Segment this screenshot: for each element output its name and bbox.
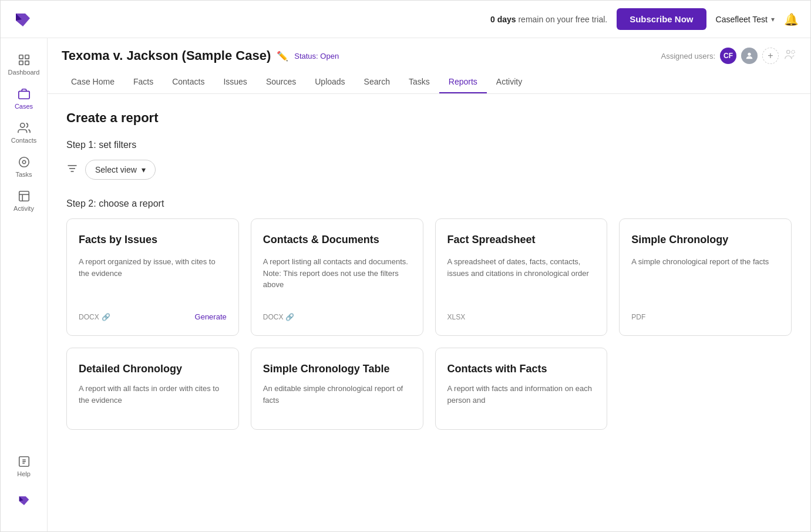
case-title-row: Texoma v. Jackson (Sample Case) ✏️ Statu… [62, 48, 796, 64]
tab-facts[interactable]: Facts [124, 71, 163, 93]
activity-icon [18, 190, 31, 203]
trial-days: 0 days [490, 15, 516, 24]
notification-bell-icon[interactable]: 🔔 [784, 12, 799, 26]
report-card-desc-0: A report organized by issue, with cites … [79, 256, 227, 303]
select-view-button[interactable]: Select view ▾ [85, 160, 156, 180]
sidebar-item-label-help: Help [17, 470, 31, 477]
format-label-3: PDF [631, 313, 645, 321]
report-card-title-row2-1: Simple Chronology Table [263, 362, 411, 376]
tab-contacts[interactable]: Contacts [163, 71, 214, 93]
sidebar-item-activity[interactable]: Activity [1, 184, 47, 218]
tab-search[interactable]: Search [355, 71, 399, 93]
report-card-fact-spreadsheet[interactable]: Fact Spreadsheet A spreadsheet of dates,… [435, 218, 608, 336]
trial-suffix: remain on your free trial. [518, 15, 607, 24]
svg-rect-0 [19, 55, 22, 59]
sidebar-item-tasks[interactable]: Tasks [1, 150, 47, 184]
dashboard-icon [18, 53, 31, 66]
report-cards-row2: Detailed Chronology A report with all fa… [66, 348, 792, 430]
sidebar-item-label-dashboard: Dashboard [8, 69, 40, 76]
report-card-title-0: Facts by Issues [79, 233, 227, 247]
assigned-users: Assigned users: CF + [661, 48, 797, 64]
subscribe-button[interactable]: Subscribe Now [617, 8, 706, 30]
tab-issues[interactable]: Issues [214, 71, 256, 93]
report-card-footer-3: PDF [631, 313, 779, 321]
report-card-contacts-docs[interactable]: Contacts & Documents A report listing al… [251, 218, 423, 336]
app-logo [12, 9, 33, 30]
sidebar-item-label-cases: Cases [15, 103, 33, 110]
contacts-icon [18, 122, 31, 134]
top-bar: 0 days remain on your free trial. Subscr… [1, 1, 810, 38]
avatar-secondary [741, 48, 758, 64]
sidebar-item-label-contacts: Contacts [11, 137, 36, 144]
trial-text: 0 days remain on your free trial. [490, 15, 607, 24]
report-card-desc-row2-1: An editable simple chronological report … [263, 383, 411, 415]
svg-point-7 [22, 160, 26, 164]
svg-rect-1 [25, 55, 28, 59]
report-card-simple-chronology-table[interactable]: Simple Chronology Table An editable simp… [251, 348, 423, 430]
case-title: Texoma v. Jackson (Sample Case) ✏️ Statu… [62, 48, 339, 63]
sidebar-item-cases[interactable]: Cases [1, 82, 47, 116]
link-icon-1: 🔗 [285, 313, 294, 321]
chevron-down-icon: ▾ [771, 15, 775, 23]
case-tabs: Case Home Facts Contacts Issues Sources … [62, 71, 796, 93]
report-format-3: PDF [631, 313, 645, 321]
page-title: Create a report [66, 110, 792, 126]
brand-icon [18, 494, 31, 507]
link-icon-0: 🔗 [102, 313, 110, 321]
report-cards-row1: Facts by Issues A report organized by is… [66, 218, 792, 336]
cases-icon [18, 87, 31, 100]
report-card-desc-row2-0: A report with all facts in order with ci… [79, 383, 227, 415]
svg-point-14 [792, 50, 795, 53]
svg-rect-4 [18, 91, 29, 99]
chevron-down-icon: ▾ [142, 165, 146, 174]
format-label-0: DOCX [79, 313, 99, 321]
case-name: Texoma v. Jackson (Sample Case) [62, 48, 271, 63]
case-header: Texoma v. Jackson (Sample Case) ✏️ Statu… [48, 38, 810, 94]
format-label-1: DOCX [263, 313, 284, 321]
report-card-desc-1: A report listing all contacts and docume… [263, 256, 411, 304]
help-icon [18, 455, 31, 468]
sidebar-item-dashboard[interactable]: Dashboard [1, 48, 47, 82]
report-card-simple-chronology[interactable]: Simple Chronology A simple chronological… [619, 218, 792, 336]
add-user-button[interactable]: + [762, 48, 779, 64]
svg-point-5 [20, 123, 24, 127]
report-card-contacts-with-facts[interactable]: Contacts with Facts A report with facts … [435, 348, 608, 430]
report-card-footer-2: XLSX [447, 313, 595, 321]
edit-case-icon[interactable]: ✏️ [277, 50, 288, 62]
sidebar-item-contacts[interactable]: Contacts [1, 116, 47, 150]
sidebar-item-label-activity: Activity [14, 205, 34, 212]
generate-link-0[interactable]: Generate [195, 312, 227, 321]
svg-point-13 [787, 50, 790, 53]
report-card-detailed-chronology[interactable]: Detailed Chronology A report with all fa… [66, 348, 239, 430]
sidebar-item-label-tasks: Tasks [15, 171, 32, 178]
sidebar-item-logo-bottom[interactable] [12, 488, 35, 513]
tab-sources[interactable]: Sources [257, 71, 305, 93]
tab-tasks[interactable]: Tasks [399, 71, 439, 93]
filters-row: Select view ▾ [66, 160, 792, 180]
filter-icon [66, 163, 78, 177]
sidebar-item-help[interactable]: Help [12, 449, 35, 483]
page-content: Create a report Step 1: set filters Sele… [48, 94, 810, 531]
report-card-title-row2-0: Detailed Chronology [79, 362, 227, 376]
step1-title: Step 1: set filters [66, 140, 792, 150]
tab-reports[interactable]: Reports [439, 71, 487, 93]
tab-case-home[interactable]: Case Home [62, 71, 124, 93]
report-card-title-3: Simple Chronology [631, 233, 779, 247]
select-view-label: Select view [95, 165, 137, 174]
svg-rect-2 [19, 61, 22, 65]
user-menu[interactable]: Casefleet Test ▾ [716, 15, 775, 24]
assigned-label: Assigned users: [661, 52, 716, 60]
report-card-title-row2-2: Contacts with Facts [447, 362, 595, 376]
tab-activity[interactable]: Activity [487, 71, 531, 93]
manage-users-icon[interactable] [783, 48, 796, 64]
report-card-facts-by-issues[interactable]: Facts by Issues A report organized by is… [66, 218, 239, 336]
report-card-desc-row2-2: A report with facts and information on e… [447, 383, 595, 415]
report-format-2: XLSX [447, 313, 466, 321]
avatar-primary: CF [720, 48, 736, 64]
sidebar: Dashboard Cases Contacts [1, 38, 48, 531]
step2-title: Step 2: choose a report [66, 198, 792, 209]
report-format-0: DOCX 🔗 [79, 313, 110, 321]
sidebar-bottom: Help [12, 440, 35, 522]
tab-uploads[interactable]: Uploads [305, 71, 354, 93]
top-bar-right: 0 days remain on your free trial. Subscr… [490, 8, 799, 30]
